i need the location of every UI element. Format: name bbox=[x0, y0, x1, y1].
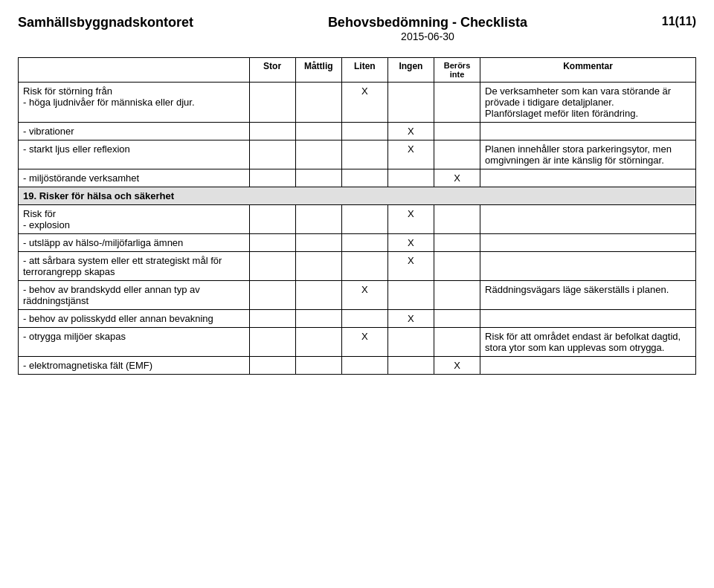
cell-berors bbox=[434, 281, 480, 310]
row-label: - behov av polisskydd eller annan bevakn… bbox=[19, 310, 250, 328]
cell-liten bbox=[341, 234, 387, 252]
checklist-table: Stor Måttlig Liten Ingen Berörs inte Kom… bbox=[18, 57, 696, 375]
cell-mattlig bbox=[295, 123, 341, 140]
cell-stor bbox=[249, 169, 295, 187]
row-label: - vibrationer bbox=[19, 123, 250, 140]
col-header-liten: Liten bbox=[341, 58, 387, 83]
cell-kommentar bbox=[480, 234, 696, 252]
cell-mattlig bbox=[295, 140, 341, 169]
table-row: - utsläpp av hälso-/miljöfarliga ämnenX bbox=[19, 234, 696, 252]
table-row: - behov av polisskydd eller annan bevakn… bbox=[19, 310, 696, 328]
cell-kommentar bbox=[480, 310, 696, 328]
col-header-ingen: Ingen bbox=[387, 58, 434, 83]
section-label: 19. Risker för hälsa och säkerhet bbox=[19, 187, 696, 205]
cell-ingen: X bbox=[387, 123, 434, 140]
cell-kommentar: Räddningsvägars läge säkerställs i plane… bbox=[480, 281, 696, 310]
row-label: - elektromagnetiska fält (EMF) bbox=[19, 357, 250, 375]
cell-ingen bbox=[387, 328, 434, 357]
cell-kommentar bbox=[480, 205, 696, 234]
cell-mattlig bbox=[295, 281, 341, 310]
cell-stor bbox=[249, 83, 295, 123]
col-header-kommentar: Kommentar bbox=[480, 58, 696, 83]
section-header-row: 19. Risker för hälsa och säkerhet bbox=[19, 187, 696, 205]
cell-berors bbox=[434, 83, 480, 123]
table-row: - miljöstörande verksamhetX bbox=[19, 169, 696, 187]
row-label: - utsläpp av hälso-/miljöfarliga ämnen bbox=[19, 234, 250, 252]
cell-ingen: X bbox=[387, 252, 434, 281]
row-label: - att sårbara system eller ett strategis… bbox=[19, 252, 250, 281]
cell-mattlig bbox=[295, 252, 341, 281]
row-label: - behov av brandskydd eller annan typ av… bbox=[19, 281, 250, 310]
table-row: - att sårbara system eller ett strategis… bbox=[19, 252, 696, 281]
cell-liten: X bbox=[341, 83, 387, 123]
cell-berors bbox=[434, 252, 480, 281]
cell-stor bbox=[249, 205, 295, 234]
cell-liten bbox=[341, 205, 387, 234]
table-row: - otrygga miljöer skapasXRisk för att om… bbox=[19, 328, 696, 357]
doc-date: 2015-06-30 bbox=[328, 30, 527, 42]
cell-berors bbox=[434, 310, 480, 328]
cell-ingen: X bbox=[387, 205, 434, 234]
table-row: - starkt ljus eller reflexionXPlanen inn… bbox=[19, 140, 696, 169]
col-header-mattlig: Måttlig bbox=[295, 58, 341, 83]
row-label: - miljöstörande verksamhet bbox=[19, 169, 250, 187]
page-header: Samhällsbyggnadskontoret Behovsbedömning… bbox=[18, 15, 696, 42]
table-row: Risk för störning från- höga ljudnivåer … bbox=[19, 83, 696, 123]
cell-kommentar: Planen innehåller stora parkeringsytor, … bbox=[480, 140, 696, 169]
table-header-row: Stor Måttlig Liten Ingen Berörs inte Kom… bbox=[19, 58, 696, 83]
cell-liten bbox=[341, 123, 387, 140]
cell-mattlig bbox=[295, 328, 341, 357]
cell-liten bbox=[341, 310, 387, 328]
cell-ingen bbox=[387, 281, 434, 310]
cell-ingen bbox=[387, 83, 434, 123]
row-label: Risk för- explosion bbox=[19, 205, 250, 234]
cell-liten bbox=[341, 357, 387, 375]
cell-ingen: X bbox=[387, 310, 434, 328]
cell-ingen bbox=[387, 169, 434, 187]
cell-berors bbox=[434, 123, 480, 140]
cell-berors bbox=[434, 234, 480, 252]
col-header-label bbox=[19, 58, 250, 83]
cell-kommentar: De verksamheter som kan vara störande är… bbox=[480, 83, 696, 123]
cell-kommentar bbox=[480, 123, 696, 140]
table-body: Risk för störning från- höga ljudnivåer … bbox=[19, 83, 696, 375]
cell-stor bbox=[249, 140, 295, 169]
cell-mattlig bbox=[295, 310, 341, 328]
cell-mattlig bbox=[295, 83, 341, 123]
table-row: - vibrationerX bbox=[19, 123, 696, 140]
cell-mattlig bbox=[295, 205, 341, 234]
cell-liten: X bbox=[341, 281, 387, 310]
row-label: Risk för störning från- höga ljudnivåer … bbox=[19, 83, 250, 123]
table-row: Risk för- explosionX bbox=[19, 205, 696, 234]
page-number: 11(11) bbox=[662, 15, 696, 28]
cell-mattlig bbox=[295, 169, 341, 187]
cell-berors bbox=[434, 140, 480, 169]
table-row: - elektromagnetiska fält (EMF)X bbox=[19, 357, 696, 375]
org-name: Samhällsbyggnadskontoret bbox=[18, 15, 193, 30]
cell-stor bbox=[249, 123, 295, 140]
cell-mattlig bbox=[295, 234, 341, 252]
cell-berors: X bbox=[434, 169, 480, 187]
cell-berors: X bbox=[434, 357, 480, 375]
cell-stor bbox=[249, 310, 295, 328]
cell-liten bbox=[341, 169, 387, 187]
col-header-stor: Stor bbox=[249, 58, 295, 83]
cell-mattlig bbox=[295, 357, 341, 375]
cell-stor bbox=[249, 234, 295, 252]
cell-kommentar bbox=[480, 357, 696, 375]
cell-berors bbox=[434, 328, 480, 357]
cell-liten: X bbox=[341, 328, 387, 357]
cell-ingen: X bbox=[387, 234, 434, 252]
cell-berors bbox=[434, 205, 480, 234]
cell-liten bbox=[341, 140, 387, 169]
cell-stor bbox=[249, 281, 295, 310]
cell-kommentar bbox=[480, 169, 696, 187]
table-row: - behov av brandskydd eller annan typ av… bbox=[19, 281, 696, 310]
cell-liten bbox=[341, 252, 387, 281]
cell-stor bbox=[249, 357, 295, 375]
cell-ingen: X bbox=[387, 140, 434, 169]
cell-stor bbox=[249, 252, 295, 281]
cell-ingen bbox=[387, 357, 434, 375]
cell-kommentar bbox=[480, 252, 696, 281]
cell-kommentar: Risk för att området endast är befolkat … bbox=[480, 328, 696, 357]
